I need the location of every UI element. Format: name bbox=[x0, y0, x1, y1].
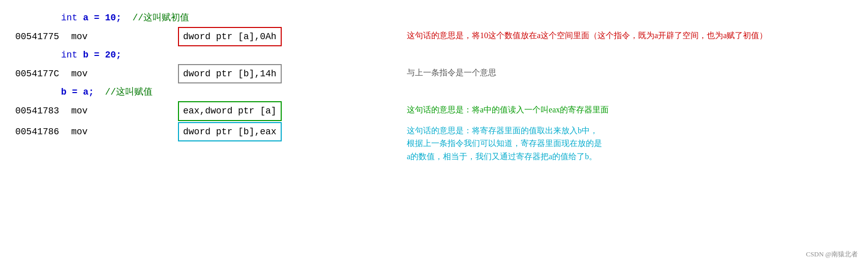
ccode-b-assign: b = a; bbox=[61, 84, 94, 100]
main-container: int a = 10; //这叫赋初值 00541775 mov dword p… bbox=[15, 10, 853, 164]
code-line-3: int b = 20; bbox=[15, 47, 402, 63]
ccode-a-init: a = 10; bbox=[77, 10, 121, 26]
row-1: int a = 10; //这叫赋初值 bbox=[15, 10, 853, 26]
ccode-b-init: b = 20; bbox=[77, 47, 121, 63]
annot-4: 与上一条指令是一个意思 bbox=[402, 64, 853, 79]
code-line-1: int a = 10; //这叫赋初值 bbox=[15, 10, 402, 26]
mnemonic-6: mov bbox=[71, 103, 112, 119]
row-3: int b = 20; bbox=[15, 47, 853, 63]
mnemonic-4: mov bbox=[71, 66, 112, 82]
row-4: 0054177C mov dword ptr [b],14h 与上一条指令是一个… bbox=[15, 64, 853, 84]
code-line-4: 0054177C mov dword ptr [b],14h bbox=[15, 64, 402, 84]
indent-spacer-5 bbox=[15, 85, 61, 99]
addr-7: 00541786 bbox=[15, 124, 61, 140]
annot-7: 这句话的意思是：将寄存器里面的值取出来放入b中， 根据上一条指令我们可以知道，寄… bbox=[402, 122, 853, 163]
operand-box-2: dword ptr [a],0Ah bbox=[178, 27, 282, 47]
annotation-text-4: 与上一条指令是一个意思 bbox=[407, 64, 496, 79]
addr-6: 00541783 bbox=[15, 103, 61, 119]
watermark: CSDN @南猿北者 bbox=[806, 250, 858, 259]
operand-box-4: dword ptr [b],14h bbox=[178, 64, 282, 84]
comment-1: //这叫赋初值 bbox=[122, 10, 189, 26]
annotation-text-7: 这句话的意思是：将寄存器里面的值取出来放入b中， 根据上一条指令我们可以知道，寄… bbox=[407, 122, 602, 163]
addr-2: 00541775 bbox=[15, 29, 61, 45]
code-line-2: 00541775 mov dword ptr [a],0Ah bbox=[15, 27, 402, 47]
annot-2: 这句话的意思是，将10这个数值放在a这个空间里面（这个指令，既为a开辟了空间，也… bbox=[402, 27, 853, 42]
keyword-int-2: int bbox=[61, 47, 77, 63]
code-line-5: b = a; //这叫赋值 bbox=[15, 84, 402, 100]
row-2: 00541775 mov dword ptr [a],0Ah 这句话的意思是，将… bbox=[15, 27, 853, 47]
row-6: 00541783 mov eax,dword ptr [a] 这句话的意思是：将… bbox=[15, 101, 853, 121]
keyword-int-1: int bbox=[61, 10, 77, 26]
annotation-text-6: 这句话的意思是：将a中的值读入一个叫eax的寄存器里面 bbox=[407, 101, 609, 116]
annotation-text-2: 这句话的意思是，将10这个数值放在a这个空间里面（这个指令，既为a开辟了空间，也… bbox=[407, 27, 767, 42]
mnemonic-2: mov bbox=[71, 29, 112, 45]
indent-spacer bbox=[15, 11, 61, 25]
addr-4: 0054177C bbox=[15, 66, 61, 82]
indent-spacer-3 bbox=[15, 48, 61, 62]
operand-box-7: dword ptr [b],eax bbox=[178, 122, 282, 142]
code-line-7: 00541786 mov dword ptr [b],eax bbox=[15, 122, 402, 142]
operand-box-6: eax,dword ptr [a] bbox=[178, 101, 282, 121]
comment-5: //这叫赋值 bbox=[94, 84, 153, 100]
row-7: 00541786 mov dword ptr [b],eax 这句话的意思是：将… bbox=[15, 122, 853, 163]
code-line-6: 00541783 mov eax,dword ptr [a] bbox=[15, 101, 402, 121]
mnemonic-7: mov bbox=[71, 124, 112, 140]
row-5: b = a; //这叫赋值 bbox=[15, 84, 853, 100]
annot-6: 这句话的意思是：将a中的值读入一个叫eax的寄存器里面 bbox=[402, 101, 853, 116]
